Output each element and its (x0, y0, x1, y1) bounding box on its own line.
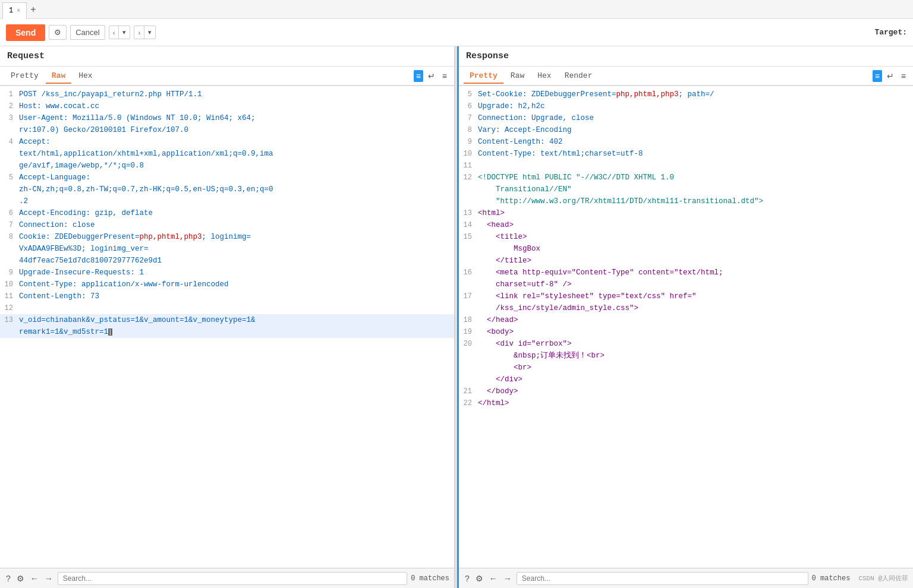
tab-1[interactable]: 1 × (2, 2, 27, 19)
send-button[interactable]: Send (6, 24, 45, 41)
table-row: 15 <title> MsgBox </title> (459, 231, 913, 267)
request-match-count: 0 matches (411, 574, 449, 583)
response-more-icon[interactable]: ≡ (899, 70, 908, 82)
table-row: 14 <head> (459, 219, 913, 231)
nav-fwd-button[interactable]: › (134, 26, 144, 39)
table-row: 2 Host: www.cocat.cc (0, 100, 454, 112)
response-tab-hex[interactable]: Hex (531, 69, 557, 84)
response-fwd-icon[interactable]: → (502, 573, 513, 584)
table-row: 12 <!DOCTYPE html PUBLIC "-//W3C//DTD XH… (459, 172, 913, 207)
table-row: 6 Accept-Encoding: gzip, deflate (0, 207, 454, 219)
main-content: Request Pretty Raw Hex ≡ ↵ ≡ 1 POST /kss… (0, 46, 913, 588)
table-row: 1 POST /kss_inc/payapi_return2.php HTTP/… (0, 88, 454, 100)
response-code-area[interactable]: 5 Set-Cookie: ZDEDebuggerPresent=php,pht… (459, 86, 913, 568)
table-row: 19 <body> (459, 326, 913, 338)
table-row: 13 <html> (459, 207, 913, 219)
nav-fwd-group: › ▾ (134, 26, 156, 39)
response-search-input[interactable] (517, 572, 808, 585)
response-tab-pretty[interactable]: Pretty (464, 69, 503, 84)
table-row: 5 Set-Cookie: ZDEDebuggerPresent=php,pht… (459, 88, 913, 100)
table-row: 12 (0, 302, 454, 314)
table-row: 9 Upgrade-Insecure-Requests: 1 (0, 267, 454, 279)
table-row: 7 Connection: Upgrade, close (459, 112, 913, 124)
nav-back-button[interactable]: ‹ (109, 26, 119, 39)
request-tab-raw[interactable]: Raw (46, 69, 71, 84)
request-tab-pretty[interactable]: Pretty (5, 69, 45, 84)
response-wrap-icon[interactable]: ≡ (873, 70, 882, 82)
request-panel: Request Pretty Raw Hex ≡ ↵ ≡ 1 POST /kss… (0, 46, 455, 588)
request-settings-icon[interactable]: ⚙ (15, 573, 26, 584)
nav-back-down-button[interactable]: ▾ (119, 26, 130, 39)
settings-button[interactable]: ⚙ (49, 25, 67, 40)
table-row: 7 Connection: close (0, 219, 454, 231)
table-row: 8 Cookie: ZDEDebuggerPresent=php,phtml,p… (0, 231, 454, 267)
table-row: 18 </head> (459, 314, 913, 326)
response-tab-raw[interactable]: Raw (505, 69, 530, 84)
response-match-count: 0 matches (812, 574, 851, 583)
response-title: Response (459, 46, 913, 67)
request-tab-icons: ≡ ↵ ≡ (414, 70, 449, 82)
nav-fwd-down-button[interactable]: ▾ (144, 26, 155, 39)
request-search-input[interactable] (58, 572, 407, 585)
request-code-area[interactable]: 1 POST /kss_inc/payapi_return2.php HTTP/… (0, 86, 454, 568)
table-row: 10 Content-Type: application/x-www-form-… (0, 279, 454, 290)
table-row: 17 <link rel="stylesheet" type="text/css… (459, 290, 913, 314)
request-bottom-bar: ? ⚙ ← → 0 matches (0, 568, 454, 588)
response-tab-icons: ≡ ↵ ≡ (873, 70, 908, 82)
request-back-icon[interactable]: ← (29, 573, 40, 584)
nav-back-group: ‹ ▾ (109, 26, 131, 39)
table-row: 20 <div id="errbox"> &nbsp;订单未找到！<br> <b… (459, 338, 913, 385)
response-tabs-row: Pretty Raw Hex Render ≡ ↵ ≡ (459, 67, 913, 86)
table-row: 10 Content-Type: text/html;charset=utf-8 (459, 148, 913, 160)
tab-close-icon[interactable]: × (17, 8, 20, 14)
watermark: CSDN @人间佐菲 (858, 574, 908, 583)
request-wrap-icon[interactable]: ≡ (414, 70, 423, 82)
table-row: 5 Accept-Language: zh-CN,zh;q=0.8,zh-TW;… (0, 172, 454, 207)
response-panel: Response Pretty Raw Hex Render ≡ ↵ ≡ 5 S… (457, 46, 913, 588)
response-tab-render[interactable]: Render (559, 69, 599, 84)
tab-bar: 1 × + (0, 0, 913, 19)
table-row: 22 </html> (459, 397, 913, 409)
table-row: 3 User-Agent: Mozilla/5.0 (Windows NT 10… (0, 112, 454, 136)
table-row: 9 Content-Length: 402 (459, 136, 913, 148)
table-row: 11 (459, 160, 913, 172)
response-bottom-bar: ? ⚙ ← → 0 matches CSDN @人间佐菲 (459, 568, 913, 588)
request-help-icon[interactable]: ? (5, 573, 12, 584)
target-label: Target: (874, 28, 907, 37)
cancel-button[interactable]: Cancel (70, 25, 105, 40)
table-row: 13 v_oid=chinabank&v_pstatus=1&v_amount=… (0, 314, 454, 338)
table-row: 21 </body> (459, 385, 913, 397)
tab-label: 1 (9, 7, 13, 15)
response-settings-icon[interactable]: ⚙ (474, 573, 484, 584)
request-tabs-row: Pretty Raw Hex ≡ ↵ ≡ (0, 67, 454, 86)
toolbar: Send ⚙ Cancel ‹ ▾ › ▾ Target: (0, 19, 913, 46)
table-row: 4 Accept: text/html,application/xhtml+xm… (0, 136, 454, 172)
table-row: 8 Vary: Accept-Encoding (459, 124, 913, 136)
table-row: 11 Content-Length: 73 (0, 290, 454, 302)
table-row: 16 <meta http-equiv="Content-Type" conte… (459, 267, 913, 290)
response-newline-icon[interactable]: ↵ (884, 70, 896, 82)
request-title: Request (0, 46, 454, 67)
request-more-icon[interactable]: ≡ (440, 70, 449, 82)
tab-add-button[interactable]: + (27, 4, 39, 15)
request-tab-hex[interactable]: Hex (73, 69, 98, 84)
request-newline-icon[interactable]: ↵ (426, 70, 437, 82)
request-fwd-icon[interactable]: → (43, 573, 54, 584)
response-back-icon[interactable]: ← (488, 573, 499, 584)
response-help-icon[interactable]: ? (464, 573, 471, 584)
table-row: 6 Upgrade: h2,h2c (459, 100, 913, 112)
